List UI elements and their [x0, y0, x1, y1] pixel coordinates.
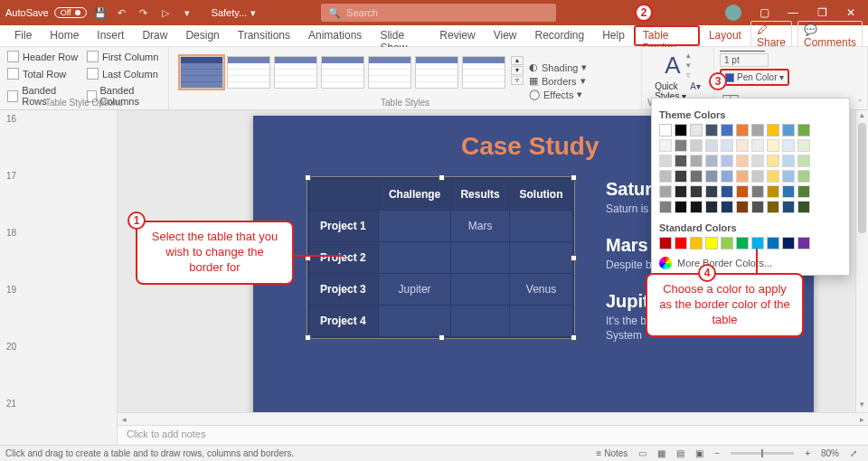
- zoom-slider[interactable]: [731, 452, 794, 455]
- color-swatch[interactable]: [797, 155, 810, 167]
- color-swatch[interactable]: [751, 124, 764, 136]
- color-swatch[interactable]: [797, 185, 810, 198]
- autosave-toggle[interactable]: Off: [54, 7, 87, 18]
- slide-thumbnail[interactable]: 19 Market Size: [4, 285, 113, 334]
- color-swatch[interactable]: [675, 124, 687, 136]
- color-swatch[interactable]: [721, 155, 733, 167]
- resize-handle[interactable]: [305, 174, 311, 181]
- check-last-column[interactable]: Last Column: [87, 68, 159, 80]
- color-swatch[interactable]: [751, 139, 764, 152]
- pen-color-dropdown[interactable]: Pen Color ▾: [720, 69, 789, 86]
- table-style-swatch[interactable]: [415, 56, 458, 89]
- color-swatch[interactable]: [782, 170, 795, 183]
- color-swatch[interactable]: [721, 124, 733, 136]
- color-swatch[interactable]: [721, 237, 733, 249]
- color-swatch[interactable]: [782, 201, 795, 213]
- selected-table[interactable]: Challenge Results Solution Project 1Mars…: [307, 177, 574, 338]
- zoom-out-button[interactable]: −: [709, 448, 725, 458]
- search-box[interactable]: 🔍: [321, 4, 556, 22]
- tab-file[interactable]: File: [5, 25, 41, 46]
- resize-handle[interactable]: [571, 174, 577, 181]
- tab-animations[interactable]: Animations: [299, 25, 371, 46]
- color-swatch[interactable]: [675, 155, 687, 167]
- resize-handle[interactable]: [439, 174, 445, 181]
- color-swatch[interactable]: [721, 139, 733, 152]
- notes-toggle[interactable]: ≡ Notes: [591, 448, 634, 458]
- borders-button[interactable]: ▦ Borders ▾: [529, 75, 587, 87]
- table-style-swatch[interactable]: [321, 56, 364, 89]
- color-swatch[interactable]: [705, 139, 718, 152]
- close-button[interactable]: ✕: [837, 6, 864, 19]
- color-swatch[interactable]: [797, 124, 810, 136]
- vertical-scrollbar[interactable]: ▴▾: [855, 110, 868, 412]
- color-swatch[interactable]: [690, 155, 703, 167]
- color-swatch[interactable]: [767, 201, 779, 213]
- color-swatch[interactable]: [659, 170, 672, 183]
- color-swatch[interactable]: [782, 185, 795, 198]
- ribbon-display-icon[interactable]: ▢: [750, 6, 778, 19]
- color-swatch[interactable]: [736, 155, 749, 167]
- zoom-in-button[interactable]: +: [799, 448, 816, 458]
- tab-draw[interactable]: Draw: [133, 25, 176, 46]
- slide-thumbnail[interactable]: 18 Rounds: [4, 228, 113, 278]
- color-swatch[interactable]: [736, 170, 749, 183]
- color-swatch[interactable]: [705, 237, 718, 249]
- slide-thumbnail[interactable]: 20 Target: [4, 342, 113, 391]
- slide-thumbnail-pane[interactable]: 16 Case Study 17 Modules 18 Rounds 19 Ma…: [0, 110, 118, 445]
- check-total-row[interactable]: Total Row: [7, 68, 80, 80]
- color-swatch[interactable]: [767, 237, 779, 249]
- start-slideshow-icon[interactable]: ▷: [157, 7, 174, 19]
- table-style-swatch[interactable]: [274, 56, 317, 89]
- undo-icon[interactable]: ↶: [114, 7, 130, 19]
- color-swatch[interactable]: [782, 237, 795, 249]
- color-swatch[interactable]: [705, 170, 718, 183]
- color-swatch[interactable]: [736, 185, 749, 198]
- slide-thumbnail[interactable]: 16 Case Study: [4, 114, 113, 164]
- more-border-colors[interactable]: More Border Colors...: [659, 257, 842, 269]
- tab-transitions[interactable]: Transitions: [229, 25, 299, 46]
- color-swatch[interactable]: [782, 124, 795, 136]
- color-swatch[interactable]: [767, 185, 779, 198]
- color-swatch[interactable]: [690, 237, 703, 249]
- color-swatch[interactable]: [659, 201, 672, 213]
- color-swatch[interactable]: [721, 201, 733, 213]
- view-normal-icon[interactable]: ▭: [633, 448, 652, 458]
- redo-icon[interactable]: ↷: [136, 7, 152, 19]
- color-swatch[interactable]: [690, 139, 703, 152]
- color-swatch[interactable]: [705, 155, 718, 167]
- tab-help[interactable]: Help: [593, 25, 634, 46]
- zoom-level[interactable]: 80%: [816, 448, 844, 458]
- minimize-button[interactable]: —: [779, 6, 807, 19]
- tab-table-design[interactable]: Table Design: [634, 25, 700, 46]
- color-swatch[interactable]: [751, 185, 764, 198]
- table-style-swatch[interactable]: [227, 56, 270, 89]
- color-swatch[interactable]: [705, 201, 718, 213]
- tab-recording[interactable]: Recording: [525, 25, 593, 46]
- slide-thumbnail[interactable]: 21 Comparison: [4, 399, 113, 445]
- color-swatch[interactable]: [721, 170, 733, 183]
- wordart-preview[interactable]: A: [665, 53, 680, 77]
- tab-design[interactable]: Design: [176, 25, 228, 46]
- slide-thumbnail[interactable]: 17 Modules: [4, 171, 113, 221]
- color-swatch[interactable]: [690, 185, 703, 198]
- shading-button[interactable]: ◐ Shading ▾: [529, 61, 587, 73]
- save-icon[interactable]: 💾: [92, 7, 108, 19]
- pen-weight-dropdown[interactable]: 1 pt: [720, 53, 769, 67]
- document-name[interactable]: Safety... ▾: [201, 7, 268, 19]
- color-swatch[interactable]: [736, 237, 749, 249]
- color-swatch[interactable]: [736, 124, 749, 136]
- color-swatch[interactable]: [782, 139, 795, 152]
- tab-insert[interactable]: Insert: [88, 25, 133, 46]
- resize-handle[interactable]: [571, 255, 577, 261]
- user-avatar[interactable]: [725, 5, 741, 21]
- color-swatch[interactable]: [659, 155, 672, 167]
- resize-handle[interactable]: [305, 334, 311, 341]
- resize-handle[interactable]: [571, 334, 577, 341]
- color-swatch[interactable]: [675, 139, 687, 152]
- color-swatch[interactable]: [797, 201, 810, 213]
- qat-more-icon[interactable]: ▾: [179, 7, 195, 19]
- view-slideshow-icon[interactable]: ▣: [690, 448, 709, 458]
- slide-title[interactable]: Case Study: [461, 132, 599, 161]
- horizontal-scrollbar[interactable]: ◂▸: [118, 412, 868, 425]
- color-swatch[interactable]: [782, 155, 795, 167]
